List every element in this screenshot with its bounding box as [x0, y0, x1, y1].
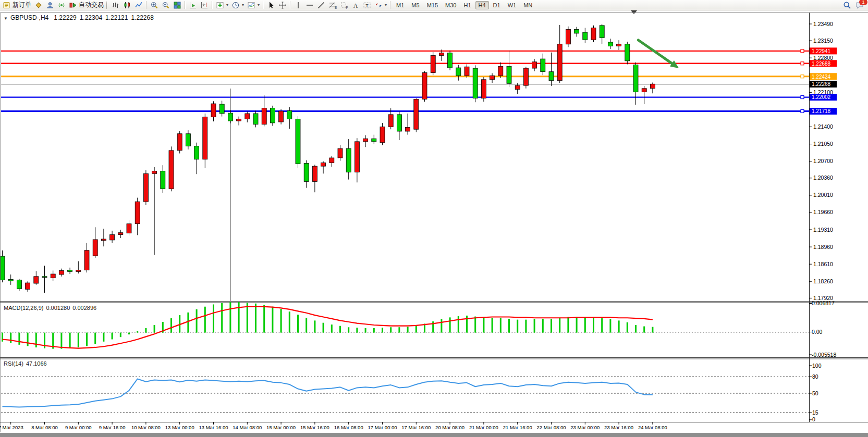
macd-histogram-bar [474, 317, 476, 333]
auto-scroll-button[interactable] [187, 1, 199, 10]
macd-histogram-bar [27, 333, 29, 346]
fibonacci-tool[interactable]: E [327, 1, 338, 10]
candlestick-chart-button[interactable] [121, 1, 133, 10]
time-tick-label: 22 Mar 08:00 [537, 424, 566, 430]
indicators-icon [216, 1, 224, 9]
timeframe-m5[interactable]: M5 [408, 1, 422, 9]
timeframe-m30[interactable]: M30 [442, 1, 459, 9]
macd-histogram-bar [18, 333, 20, 345]
arrows-caret-icon[interactable]: ▾ [385, 3, 387, 7]
hline-handle[interactable] [801, 96, 804, 99]
macd-histogram-bar [145, 328, 146, 333]
timeframe-d1[interactable]: D1 [490, 1, 504, 9]
chart-shift-marker[interactable] [631, 10, 637, 14]
candle-body [481, 80, 486, 98]
horizontal-line-tool[interactable] [304, 1, 315, 10]
price-tick-label: 1.18260 [813, 278, 833, 284]
line-chart-button[interactable] [133, 1, 144, 10]
candle-body [312, 166, 317, 181]
price-tick-label: 1.18960 [813, 244, 833, 250]
arrows-tool[interactable]: ▾ [373, 1, 388, 10]
candle-body [84, 251, 89, 270]
candle-body [329, 158, 334, 163]
fibonacci-fan-tool[interactable]: F [338, 1, 350, 10]
zoom-in-button[interactable] [149, 1, 160, 10]
chat-button[interactable]: 1 [855, 1, 864, 9]
timeframe-m15[interactable]: M15 [424, 1, 441, 9]
macd-histogram-bar [221, 303, 223, 333]
time-tick-label: 15 Mar 00:00 [266, 424, 296, 430]
cursor-icon [267, 1, 275, 9]
hline-handle[interactable] [801, 109, 804, 113]
periods-caret-icon[interactable]: ▾ [242, 3, 244, 7]
timeframe-mn[interactable]: MN [520, 1, 535, 9]
symbols-button[interactable] [33, 1, 44, 10]
bar-chart-button[interactable] [110, 1, 121, 10]
text-label-tool[interactable]: T [361, 1, 373, 10]
chart-shift-icon [200, 1, 209, 9]
macd-histogram-bar [407, 327, 409, 332]
fibonacci-icon: E [328, 1, 337, 9]
price-tick-label: 1.19660 [813, 209, 833, 215]
macd-histogram-bar [441, 319, 442, 333]
chart-shift-button[interactable] [199, 1, 210, 10]
macd-histogram-bar [627, 322, 628, 333]
cursor-button[interactable] [265, 1, 277, 10]
new-order-button[interactable]: 新订单 [1, 1, 33, 10]
candle-body [414, 99, 419, 130]
text-tool[interactable]: A [350, 1, 361, 10]
candle-body [473, 68, 478, 98]
hline-handle[interactable] [801, 49, 804, 53]
macd-histogram-bar [449, 317, 451, 332]
indicators-button[interactable]: ▾ [214, 1, 230, 10]
macd-histogram-bar [559, 318, 560, 332]
candle-body [490, 76, 495, 80]
periods-button[interactable]: ▾ [230, 1, 246, 10]
macd-histogram-bar [305, 318, 307, 332]
macd-histogram-bar [196, 309, 198, 333]
macd-histogram-bar [35, 333, 37, 347]
macd-histogram-bar [458, 316, 459, 333]
rsi-axis-label: 80 [812, 373, 818, 380]
auto-trading-button[interactable]: 自动交易 [67, 1, 105, 10]
hline-handle[interactable] [801, 62, 804, 65]
templates-button[interactable]: ▾ [246, 1, 261, 10]
candle-body [228, 113, 233, 121]
candle-body [203, 117, 207, 159]
candle-body [397, 115, 401, 131]
candle-body [110, 234, 115, 240]
timeframe-h1[interactable]: H1 [460, 1, 474, 9]
crosshair-button[interactable] [277, 1, 288, 10]
vertical-line-tool[interactable] [292, 1, 304, 10]
time-tick-label: 24 Mar 08:00 [638, 424, 667, 430]
timeframe-w1[interactable]: W1 [505, 1, 520, 9]
chart-canvas[interactable]: 1.234901.231501.228001.221001.214001.210… [0, 0, 868, 437]
candle-body [59, 270, 64, 274]
trend-arrow-annotation[interactable] [638, 40, 672, 64]
chat-notification-badge: 1 [859, 0, 867, 5]
candle-body [17, 280, 21, 289]
time-tick-label: 21 Mar 16:00 [503, 424, 532, 430]
trendline-tool[interactable] [315, 1, 327, 10]
price-tick-label: 1.21400 [813, 123, 833, 130]
macd-histogram-bar [297, 315, 299, 332]
profile-button[interactable] [44, 1, 56, 10]
zoom-out-button[interactable] [160, 1, 172, 10]
candle-body [541, 59, 545, 72]
search-icon[interactable] [843, 1, 851, 9]
tile-windows-button[interactable] [172, 1, 183, 10]
macd-histogram-bar [567, 317, 569, 333]
macd-histogram-bar [609, 319, 611, 333]
timeframe-h4[interactable]: H4 [475, 1, 489, 9]
macd-histogram-bar [373, 328, 375, 333]
chart-menu-arrow-icon[interactable]: ▼ [4, 16, 8, 21]
signal-button[interactable] [56, 1, 67, 10]
timeframe-m1[interactable]: M1 [393, 1, 407, 9]
templates-caret-icon[interactable]: ▾ [258, 3, 260, 7]
candle-body [296, 119, 300, 164]
candle-body [523, 68, 528, 85]
indicators-caret-icon[interactable]: ▾ [226, 3, 228, 7]
hline-handle[interactable] [801, 75, 804, 78]
candle-body [591, 28, 596, 40]
candle-body [161, 171, 165, 189]
